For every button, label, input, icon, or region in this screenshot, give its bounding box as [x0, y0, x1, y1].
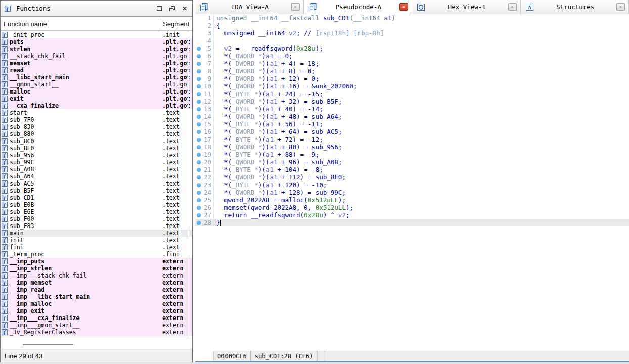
code-line[interactable]: 24 *(_QWORD *)(a1 + 128) = sub_99C; [195, 189, 629, 196]
code-line[interactable]: 9 *(_DWORD *)(a1 + 12) = 0; [195, 75, 629, 82]
function-icon: f [2, 272, 8, 279]
code-line[interactable]: 6 *(_DWORD *)a1 = 0; [195, 52, 629, 60]
function-row[interactable]: fputs.plt.got [1, 38, 192, 46]
function-row[interactable]: fsub_AC5.text [1, 180, 192, 187]
code-line[interactable]: 18 *(_QWORD *)(a1 + 80) = sub_956; [195, 143, 629, 151]
column-segment[interactable]: Segment [161, 17, 192, 30]
function-name: sub_7F0 [10, 116, 161, 123]
function-row[interactable]: f__imp___cxa_finalizeextern [1, 314, 192, 322]
code-line[interactable]: 23 *(_BYTE *)(a1 + 120) = -10; [195, 181, 629, 189]
status-filler [325, 351, 629, 361]
function-row[interactable]: fsub_B5F.text [1, 187, 192, 194]
tab-structures[interactable]: AStructures✕ [521, 0, 629, 14]
function-row[interactable]: f__gmon_start__.plt.got [1, 81, 192, 88]
tab-close-icon[interactable]: ✕ [616, 3, 625, 11]
function-row[interactable]: fmain.text [1, 230, 192, 237]
function-row[interactable]: fsub_E6E.text [1, 208, 192, 215]
code-line[interactable]: 12 *(_QWORD *)(a1 + 32) = sub_B5F; [195, 98, 629, 105]
function-row[interactable]: f_term_proc.fini [1, 251, 192, 258]
function-row[interactable]: f__imp_memsetextern [1, 279, 192, 286]
functions-titlebar[interactable]: f Functions ✕ [1, 1, 192, 17]
code-line[interactable]: 3 unsigned __int64 v2; // [rsp+18h] [rbp… [195, 29, 629, 37]
function-row[interactable]: f_Jv_RegisterClassesextern [1, 329, 192, 336]
function-name: sub_8C0 [10, 138, 161, 145]
function-row[interactable]: f_init_proc.init [1, 31, 192, 38]
code-line[interactable]: 26 memset(qword_2022A8, 0, 0x512uLL); [195, 204, 629, 211]
tab-close-icon[interactable]: ✕ [508, 3, 517, 11]
function-row[interactable]: fsub_956.text [1, 152, 192, 159]
function-name: __gmon_start__ [10, 81, 161, 88]
code-line[interactable]: 8 *(_DWORD *)(a1 + 8) = 0; [195, 67, 629, 75]
function-row[interactable]: f__imp_readextern [1, 286, 192, 293]
function-row[interactable]: fsub_CD1.text [1, 194, 192, 201]
tab-pseudocode-a[interactable]: Pseudocode-A✕ [304, 0, 413, 14]
function-row[interactable]: fsub_880.text [1, 130, 192, 138]
tab-close-icon[interactable]: ✕ [291, 3, 300, 11]
function-row[interactable]: fstrlen.plt.got [1, 46, 192, 53]
function-row[interactable]: fsub_7F0.text [1, 116, 192, 123]
function-row[interactable]: fsub_99C.text [1, 159, 192, 166]
hscrollbar-thumb[interactable] [23, 344, 73, 345]
function-row[interactable]: f__imp_strlenextern [1, 265, 192, 272]
code-line[interactable]: 19 *(_BYTE *)(a1 + 88) = -9; [195, 151, 629, 158]
code-line[interactable]: 22 *(_QWORD *)(a1 + 112) = sub_8F0; [195, 173, 629, 181]
code-line[interactable]: 10 *(_QWORD *)(a1 + 16) = &unk_202060; [195, 82, 629, 90]
code-line[interactable]: 4 [195, 37, 629, 44]
function-row[interactable]: f__imp_exitextern [1, 307, 192, 314]
function-row[interactable]: fsub_E0B.text [1, 201, 192, 208]
code-line[interactable]: 5 v2 = __readfsqword(0x28u); [195, 44, 629, 52]
function-row[interactable]: f__imp_putsextern [1, 258, 192, 265]
function-row[interactable]: f__imp___libc_start_mainextern [1, 293, 192, 300]
function-row[interactable]: f__imp___gmon_start__extern [1, 322, 192, 329]
code-line[interactable]: 25 qword_2022A8 = malloc(0x512uLL); [195, 196, 629, 204]
function-row[interactable]: f__imp___stack_chk_failextern [1, 272, 192, 279]
code-line[interactable]: 2{ [195, 22, 629, 29]
code-line[interactable]: 15 *(_BYTE *)(a1 + 56) = -11; [195, 120, 629, 128]
function-row[interactable]: fread.plt.got [1, 67, 192, 74]
function-row[interactable]: fstart.text [1, 109, 192, 116]
maximize-icon[interactable] [155, 5, 164, 13]
pseudocode-view[interactable]: 1unsigned __int64 __fastcall sub_CD1(__i… [195, 14, 629, 351]
tab-close-icon[interactable]: ✕ [399, 3, 408, 11]
function-row[interactable]: fsub_F00.text [1, 215, 192, 222]
code-line[interactable]: 16 *(_QWORD *)(a1 + 64) = sub_AC5; [195, 128, 629, 135]
function-row[interactable]: f__libc_start_main.plt.got [1, 74, 192, 81]
function-row[interactable]: fsub_8F0.text [1, 145, 192, 152]
code-line[interactable]: 13 *(_BYTE *)(a1 + 40) = -14; [195, 105, 629, 113]
function-icon: f [2, 96, 8, 102]
function-icon: f [2, 315, 8, 321]
tab-ida-view-a[interactable]: IDA View-A✕ [195, 0, 304, 14]
function-row[interactable]: fmalloc.plt.got [1, 88, 192, 95]
function-row[interactable]: ffini.text [1, 244, 192, 251]
column-function-name[interactable]: Function name [1, 20, 161, 28]
code-line[interactable]: 1unsigned __int64 __fastcall sub_CD1(__i… [195, 14, 629, 22]
function-row[interactable]: fsub_F83.text [1, 222, 192, 230]
code-line[interactable]: 14 *(_QWORD *)(a1 + 48) = sub_A64; [195, 113, 629, 120]
code-text: *(_QWORD *)(a1 + 80) = sub_956; [214, 143, 629, 151]
close-icon[interactable]: ✕ [180, 5, 189, 13]
function-row[interactable]: fsub_A08.text [1, 166, 192, 173]
code-line[interactable]: 27 return __readfsqword(0x28u) ^ v2; [195, 211, 629, 219]
function-row[interactable]: fsub_830.text [1, 123, 192, 130]
code-line[interactable]: 11 *(_BYTE *)(a1 + 24) = -15; [195, 90, 629, 98]
function-row[interactable]: f__stack_chk_fail.plt.got [1, 53, 192, 60]
code-line[interactable]: 28} [195, 219, 629, 226]
function-row[interactable]: f__cxa_finalize.plt.got [1, 102, 192, 109]
code-line[interactable]: 7 *(_DWORD *)(a1 + 4) = 18; [195, 60, 629, 67]
code-line[interactable]: 20 *(_QWORD *)(a1 + 96) = sub_A08; [195, 158, 629, 166]
code-line[interactable]: 17 *(_BYTE *)(a1 + 72) = -12; [195, 135, 629, 143]
function-row[interactable]: fsub_8C0.text [1, 138, 192, 145]
function-row[interactable]: fsub_A64.text [1, 173, 192, 180]
line-number: 6 [202, 52, 214, 60]
tab-hex-view-1[interactable]: Hex View-1✕ [412, 0, 521, 14]
line-number: 9 [202, 75, 214, 82]
functions-hscrollbar[interactable] [1, 339, 192, 349]
function-row[interactable]: fexit.plt.got [1, 95, 192, 102]
function-row[interactable]: fmemset.plt.got [1, 60, 192, 67]
function-row[interactable]: f__imp_mallocextern [1, 300, 192, 307]
function-row[interactable]: finit.text [1, 237, 192, 244]
restore-icon[interactable] [167, 5, 176, 13]
code-line[interactable]: 21 *(_BYTE *)(a1 + 104) = -8; [195, 166, 629, 173]
function-name: sub_F00 [10, 215, 161, 222]
function-name: sub_880 [10, 130, 161, 138]
